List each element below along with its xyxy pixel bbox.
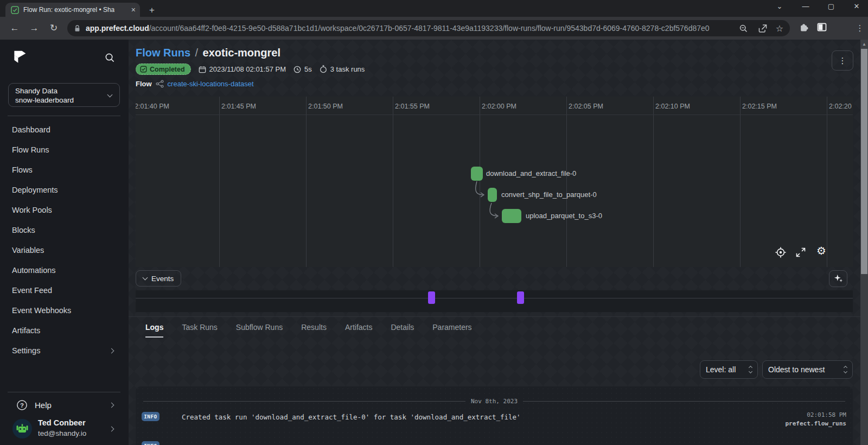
chart-settings-gear-icon[interactable]: ⚙ — [816, 244, 826, 257]
browser-toolbar: ← → ↻ app.prefect.cloud/account/6aa64ff2… — [0, 17, 868, 40]
task-node-convert-shp-file-to-parquet[interactable] — [488, 188, 497, 202]
task-label: download_and_extract_file-0 — [486, 169, 576, 177]
log-level-badge: INFO — [142, 412, 159, 421]
status-label: Completed — [150, 66, 185, 73]
event-marker[interactable] — [428, 291, 435, 304]
scroll-up-icon[interactable]: ▲ — [860, 40, 868, 47]
log-message: Created task run 'download_and_extract_f… — [182, 413, 521, 421]
log-date-text: Nov 8th, 2023 — [471, 398, 518, 405]
tab-search-icon[interactable]: ⌄ — [773, 2, 787, 10]
sidebar-item-flows[interactable]: Flows — [0, 160, 129, 180]
task-dependency-connectors — [136, 97, 853, 267]
url-path: /account/6aa64ff2-f0e8-4215-9e50-d588a71… — [149, 24, 710, 33]
events-toggle-button[interactable]: Events — [136, 270, 181, 287]
reload-icon[interactable]: ↻ — [47, 21, 61, 35]
zoom-page-icon[interactable] — [739, 24, 748, 33]
tab-logs[interactable]: Logs — [145, 323, 163, 338]
sidebar-item-dashboard[interactable]: Dashboard — [0, 120, 129, 140]
sidebar-item-automations[interactable]: Automations — [0, 260, 129, 281]
tab-subflow-runs[interactable]: Subflow Runs — [236, 323, 283, 338]
sidebar-item-settings[interactable]: Settings — [0, 341, 129, 361]
run-datetime-text: 2023/11/08 02:01:57 PM — [209, 65, 286, 73]
browser-tab[interactable]: Flow Run: exotic-mongrel • Shan × — [5, 3, 140, 17]
bookmark-star-icon[interactable]: ☆ — [776, 23, 783, 34]
forward-icon[interactable]: → — [27, 21, 41, 35]
status-badge: Completed — [136, 63, 191, 75]
task-run-count-text: 3 task runs — [330, 65, 365, 73]
task-runs-icon — [320, 65, 327, 73]
sidebar-bottom-divider — [8, 392, 120, 392]
fullscreen-expand-icon[interactable] — [795, 247, 806, 258]
back-icon[interactable]: ← — [8, 21, 22, 35]
calendar-icon — [199, 66, 206, 73]
sidebar-item-work-pools[interactable]: Work Pools — [0, 200, 129, 220]
divider-line — [523, 401, 845, 402]
completed-check-icon — [140, 66, 147, 73]
breadcrumb-flow-runs-link[interactable]: Flow Runs — [136, 47, 190, 59]
task-node-download-and-extract-file[interactable] — [471, 167, 483, 181]
kebab-menu-icon: ⋮ — [839, 56, 847, 66]
sidebar-item-label: Settings — [12, 346, 40, 355]
tab-artifacts[interactable]: Artifacts — [345, 323, 373, 338]
side-panel-icon[interactable] — [816, 22, 829, 35]
breadcrumb-separator: / — [193, 47, 201, 59]
minimize-icon[interactable]: — — [799, 2, 813, 10]
chevron-down-icon — [143, 275, 148, 281]
breadcrumb: Flow Runs / exotic-mongrel — [136, 47, 280, 59]
url-text: app.prefect.cloud/account/6aa64ff2-f0e8-… — [86, 24, 734, 33]
events-sparkles-button[interactable] — [829, 270, 847, 287]
window-close-icon[interactable]: ✕ — [850, 2, 864, 10]
event-marker[interactable] — [517, 291, 524, 304]
log-level-select[interactable]: Level: all — [700, 360, 758, 379]
main-content: Flow Runs / exotic-mongrel ⋮ Completed 2… — [129, 40, 860, 445]
flow-label: Flow — [136, 80, 152, 88]
prefect-logo[interactable] — [12, 49, 27, 66]
sidebar-item-event-feed[interactable]: Event Feed — [0, 281, 129, 301]
flow-name-link[interactable]: create-ski-locations-dataset — [168, 80, 254, 88]
page-scrollbar[interactable]: ▲ — [860, 40, 868, 445]
log-level-badge: INFO — [142, 441, 159, 445]
flow-run-menu-button[interactable]: ⋮ — [832, 50, 853, 71]
tab-results[interactable]: Results — [301, 323, 327, 338]
workspace-switcher[interactable]: Shandy Data snow-leaderboard — [8, 83, 120, 107]
search-icon[interactable] — [105, 53, 115, 63]
tab-parameters[interactable]: Parameters — [432, 323, 471, 338]
sidebar-item-variables[interactable]: Variables — [0, 240, 129, 260]
scrollbar-thumb[interactable] — [861, 49, 867, 274]
task-run-count: 3 task runs — [320, 65, 365, 73]
page-title: exotic-mongrel — [203, 47, 280, 59]
lock-icon — [74, 24, 81, 33]
chevron-right-icon — [109, 403, 114, 408]
browser-menu-icon[interactable]: ⋮ — [853, 21, 867, 35]
browser-tab-strip: Flow Run: exotic-mongrel • Shan × + ⌄ — … — [0, 0, 868, 17]
sidebar-item-flow-runs[interactable]: Flow Runs — [0, 140, 129, 160]
workspace-name: snow-leaderboard — [15, 96, 113, 105]
select-arrows-icon — [749, 366, 752, 373]
workspace-org: Shandy Data — [15, 86, 113, 96]
tab-task-runs[interactable]: Task Runs — [182, 323, 217, 338]
maximize-icon[interactable]: ▢ — [824, 2, 838, 10]
tab-favicon-check-icon — [11, 6, 19, 14]
log-date-divider: Nov 8th, 2023 — [143, 398, 845, 404]
sidebar-item-event-webhooks[interactable]: Event Webhooks — [0, 301, 129, 321]
tab-close-icon[interactable]: × — [131, 5, 136, 14]
profile-avatar[interactable] — [834, 21, 848, 35]
tab-details[interactable]: Details — [391, 323, 414, 338]
divider-line — [143, 401, 465, 402]
share-icon[interactable] — [758, 24, 768, 33]
task-node-upload-parquet-to-s3[interactable] — [502, 209, 521, 223]
new-tab-button[interactable]: + — [145, 4, 158, 17]
user-email: ted@shandy.io — [38, 429, 86, 437]
sidebar-item-artifacts[interactable]: Artifacts — [0, 321, 129, 341]
address-bar[interactable]: app.prefect.cloud/account/6aa64ff2-f0e8-… — [67, 20, 790, 36]
extensions-icon[interactable] — [799, 22, 812, 35]
sidebar-item-blocks[interactable]: Blocks — [0, 220, 129, 240]
log-logger: prefect.flow_runs — [785, 420, 846, 427]
sidebar: Shandy Data snow-leaderboard Dashboard F… — [0, 40, 129, 445]
user-menu[interactable]: Ted Conbeer ted@shandy.io — [0, 416, 129, 444]
help-item[interactable]: ? Help — [0, 396, 129, 415]
log-sort-select[interactable]: Oldest to newest — [762, 360, 853, 379]
run-duration-text: 5s — [304, 65, 312, 73]
recenter-target-icon[interactable] — [775, 246, 787, 258]
sidebar-item-deployments[interactable]: Deployments — [0, 180, 129, 200]
